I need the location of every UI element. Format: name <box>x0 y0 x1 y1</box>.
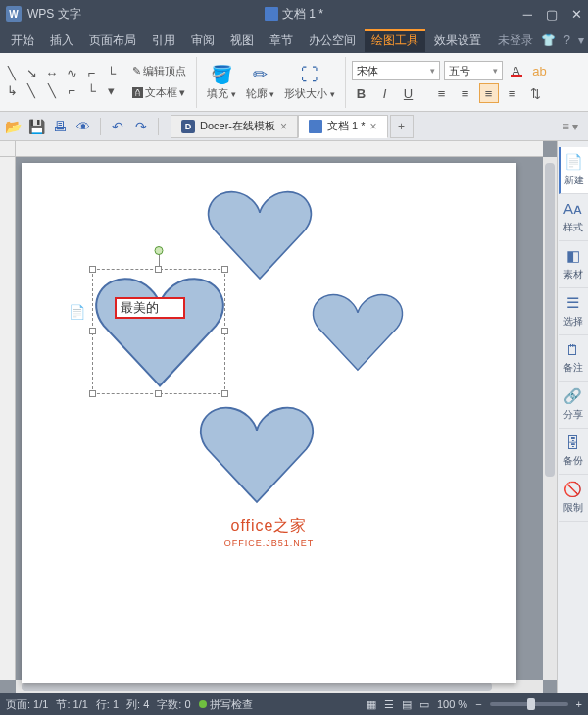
minimize-button[interactable]: ─ <box>523 7 532 22</box>
shape-connector-icon[interactable]: ⌐ <box>83 66 99 81</box>
tab-overflow-button[interactable]: ≡ ▾ <box>557 120 584 133</box>
view-print-layout-button[interactable]: ▦ <box>367 698 376 711</box>
redo-button[interactable]: ↷ <box>132 118 150 135</box>
titlebar: W WPS 文字 文档 1 * ─ ▢ ✕ <box>0 0 588 27</box>
shape-arrow-icon[interactable]: ↘ <box>24 66 39 81</box>
zoom-level[interactable]: 100 % <box>437 698 467 710</box>
scroll-thumb[interactable] <box>545 163 555 477</box>
selection-frame[interactable]: 最美的 <box>92 269 225 394</box>
window-controls: ─ ▢ ✕ <box>523 7 582 22</box>
close-button[interactable]: ✕ <box>571 7 582 22</box>
open-button[interactable]: 📂 <box>4 118 22 135</box>
sidepanel-restrict[interactable]: 🚫限制 <box>559 475 588 522</box>
status-page[interactable]: 页面: 1/1 <box>6 697 48 712</box>
watermark-title: office之家 <box>224 516 315 536</box>
font-name-select[interactable]: 宋体▾ <box>352 61 440 80</box>
sidepanel-new[interactable]: 📄新建 <box>559 147 588 194</box>
menu-start[interactable]: 开始 <box>4 29 41 52</box>
sidepanel-backup[interactable]: 🗄备份 <box>559 429 588 475</box>
help-icon[interactable]: ? <box>564 33 570 47</box>
menu-view[interactable]: 视图 <box>223 29 261 52</box>
tab-document-1[interactable]: 文档 1 * × <box>298 115 388 138</box>
zoom-slider[interactable] <box>490 702 568 706</box>
align-distribute-button[interactable]: ≡ <box>503 83 522 103</box>
underline-button[interactable]: U <box>399 83 418 103</box>
print-preview-button[interactable]: 👁 <box>74 118 92 135</box>
login-link[interactable]: 未登录 <box>498 32 533 49</box>
bold-button[interactable]: B <box>352 83 371 103</box>
tab-close-icon[interactable]: × <box>370 120 377 133</box>
edit-vertices-button[interactable]: ✎ 编辑顶点 <box>128 62 190 80</box>
textbox-button[interactable]: 🅰 文本框 ▾ <box>128 83 190 102</box>
app-icon: W <box>6 6 22 22</box>
menu-section[interactable]: 章节 <box>263 29 300 52</box>
sidepanel-share[interactable]: 🔗分享 <box>559 382 588 429</box>
align-left-button[interactable]: ≡ <box>432 83 452 103</box>
menu-reference[interactable]: 引用 <box>145 29 182 52</box>
font-size-select[interactable]: 五号▾ <box>444 61 503 80</box>
menu-drawing-tools[interactable]: 绘图工具 <box>365 29 425 52</box>
status-spellcheck[interactable]: 拼写检查 <box>199 697 253 712</box>
tab-docer-template[interactable]: D Docer-在线模板 × <box>171 115 298 138</box>
menu-office-space[interactable]: 办公空间 <box>302 29 363 52</box>
font-color-button[interactable]: A <box>507 61 526 80</box>
print-button[interactable]: 🖶 <box>51 118 69 135</box>
shape-more-icon[interactable]: ▾ <box>104 83 120 99</box>
shape-double-arrow-icon[interactable]: ↔ <box>44 66 60 81</box>
shape-curve-icon[interactable]: ∿ <box>64 66 79 81</box>
menu-review[interactable]: 审阅 <box>184 29 221 52</box>
status-line[interactable]: 行: 1 <box>96 697 119 712</box>
view-read-button[interactable]: ▭ <box>419 698 429 711</box>
ruler-vertical[interactable] <box>0 157 16 680</box>
ruler-horizontal[interactable] <box>16 141 543 157</box>
zoom-in-button[interactable]: + <box>576 698 582 710</box>
skin-icon[interactable]: 👕 <box>541 33 556 47</box>
shape-text-input[interactable]: 最美的 <box>115 297 185 319</box>
zoom-out-button[interactable]: − <box>475 698 481 710</box>
shape-elbow2-icon[interactable]: ⌐ <box>64 83 79 99</box>
menu-page-layout[interactable]: 页面布局 <box>82 29 143 52</box>
sidepanel-style[interactable]: Aᴀ样式 <box>559 194 588 241</box>
undo-button[interactable]: ↶ <box>109 118 126 135</box>
zoom-thumb[interactable] <box>527 698 535 710</box>
shape-picker[interactable]: ╲ ↘ ↔ ∿ ⌐ └ ↳ ╲ ╲ ⌐ └ ▾ <box>4 66 122 99</box>
align-justify-button[interactable]: ≡ <box>479 83 499 103</box>
new-tab-button[interactable]: + <box>390 115 414 138</box>
save-button[interactable]: 💾 <box>27 118 45 135</box>
shape-line-icon[interactable]: ╲ <box>4 66 20 81</box>
outline-button[interactable]: ✏轮廓 <box>242 61 279 103</box>
highlight-button[interactable]: ab <box>530 61 550 80</box>
menu-insert[interactable]: 插入 <box>43 29 80 52</box>
rotation-handle[interactable] <box>155 246 164 255</box>
shape-line2-icon[interactable]: ╲ <box>24 83 39 99</box>
heart-shape-selected[interactable] <box>93 270 226 395</box>
shape-elbow-icon[interactable]: └ <box>104 66 120 81</box>
status-char-count[interactable]: 字数: 0 <box>157 697 190 712</box>
view-outline-button[interactable]: ☰ <box>384 698 394 711</box>
italic-button[interactable]: I <box>375 83 395 103</box>
scrollbar-vertical[interactable] <box>543 157 557 680</box>
menu-effect-settings[interactable]: 效果设置 <box>427 29 488 52</box>
doc-title-text: 文档 1 * <box>282 6 323 23</box>
document-page[interactable]: 最美的 📄 office之家 OFFICE.JB51.NET <box>22 163 516 683</box>
heart-shape[interactable] <box>198 402 316 508</box>
style-icon: Aᴀ <box>564 200 582 218</box>
status-column[interactable]: 列: 4 <box>126 697 149 712</box>
heart-shape[interactable] <box>311 290 405 375</box>
view-web-button[interactable]: ▤ <box>402 698 412 711</box>
shape-size-button[interactable]: ⛶形状大小 <box>280 61 339 103</box>
shape-connector2-icon[interactable]: ↳ <box>4 83 20 99</box>
align-center-button[interactable]: ≡ <box>456 83 475 103</box>
line-spacing-button[interactable]: ⇅ <box>526 83 546 103</box>
maximize-button[interactable]: ▢ <box>546 7 558 22</box>
status-section[interactable]: 节: 1/1 <box>56 697 87 712</box>
sidepanel-notes[interactable]: 🗒备注 <box>559 335 588 382</box>
fill-button[interactable]: 🪣填充 <box>203 61 240 103</box>
sidepanel-material[interactable]: ◧素材 <box>559 241 588 288</box>
menu-caret-icon[interactable]: ▾ <box>578 33 584 47</box>
shape-line3-icon[interactable]: ╲ <box>44 83 60 99</box>
shape-elbow3-icon[interactable]: └ <box>83 83 99 99</box>
sidepanel-select[interactable]: ☰选择 <box>559 288 588 335</box>
scroll-thumb[interactable] <box>22 682 492 691</box>
tab-close-icon[interactable]: × <box>280 120 287 133</box>
